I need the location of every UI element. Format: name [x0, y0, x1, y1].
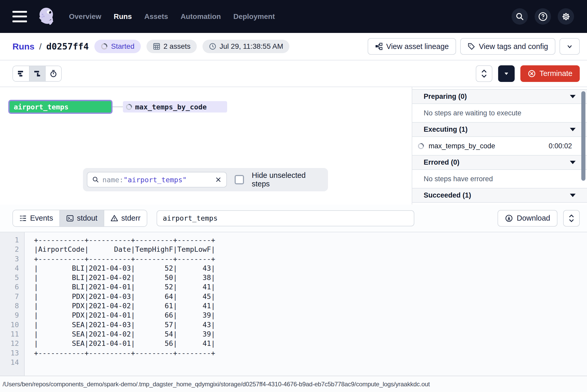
assets-grid-icon: [153, 43, 160, 50]
log-gutter: 1234567891011121314: [0, 232, 25, 376]
run-id: d0257ff4: [46, 41, 89, 52]
caret-down-icon: [570, 161, 576, 164]
terminate-circle-x-icon: [528, 69, 536, 78]
lineage-icon: [375, 43, 383, 50]
status-badge: Started: [94, 40, 141, 53]
spinner-icon: [101, 43, 108, 50]
settings-gear-icon[interactable]: [558, 8, 574, 25]
log-line-number: 5: [0, 273, 19, 282]
chevron-down-icon: [566, 43, 573, 50]
download-button[interactable]: Download: [498, 210, 557, 227]
view-gantt-waterfall-icon[interactable]: [29, 66, 45, 81]
log-file-path: /Users/ben/repos/components_demo/spark-d…: [3, 381, 430, 388]
tag-icon: [467, 43, 475, 50]
log-line-number: 12: [0, 339, 19, 348]
errored-empty-row: No steps have errored: [412, 170, 587, 188]
log-step-filter-input[interactable]: [157, 210, 414, 226]
hide-unselected-checkbox[interactable]: [235, 175, 244, 184]
assets-count-badge[interactable]: 2 assets: [146, 40, 197, 53]
tab-stderr[interactable]: stderr: [104, 210, 147, 226]
log-line: | SEA|2021-04-01| 56| 41|: [34, 339, 215, 348]
hide-unselected-label[interactable]: Hide unselected steps: [252, 171, 321, 188]
log-line: | SEA|2021-04-02| 54| 39|: [34, 330, 215, 339]
step-status-panel: Preparing (0) No steps are waiting to ex…: [412, 87, 587, 205]
log-line-number: 14: [0, 358, 19, 367]
breadcrumb-separator: /: [39, 41, 41, 52]
step-elapsed-time: 0:00:02: [549, 142, 576, 150]
log-line: [34, 358, 215, 367]
view-gantt-flat-icon[interactable]: [13, 66, 29, 81]
caret-down-icon: [570, 128, 576, 131]
caret-down-icon: [570, 194, 576, 197]
view-tags-config-button[interactable]: View tags and config: [460, 38, 555, 55]
top-nav: Overview Runs Assets Automation Deployme…: [0, 0, 587, 33]
spinner-icon: [417, 143, 424, 150]
log-line-number: 10: [0, 320, 19, 330]
log-line-number: 11: [0, 330, 19, 339]
log-line: +-----------+----------+---------+------…: [34, 348, 215, 358]
log-content: +-----------+----------+---------+------…: [25, 232, 215, 376]
view-mode-toggle: [12, 66, 62, 82]
log-line-number: 1: [0, 235, 19, 245]
zoom-controls-button[interactable]: [476, 65, 492, 82]
search-icon: [92, 176, 99, 183]
tab-stdout[interactable]: stdout: [59, 210, 104, 226]
reexecute-dropdown-caret[interactable]: [498, 65, 515, 82]
help-icon[interactable]: [535, 8, 551, 25]
view-timer-icon[interactable]: [45, 66, 61, 81]
log-line: | BLI|2021-04-02| 50| 38|: [34, 273, 215, 282]
step-filter-bar: name:"airport_temps" Hide unselected ste…: [83, 168, 328, 191]
breadcrumb-runs-link[interactable]: Runs: [12, 41, 34, 52]
reexecute-split-button: Re-execute (name:"airport_temps"): [498, 65, 515, 82]
run-toolbar: Re-execute (name:"airport_temps") Termin…: [0, 60, 587, 87]
clear-filter-icon[interactable]: [215, 176, 222, 183]
log-line: |AirportCode| Date|TempHighF|TempLowF|: [34, 245, 215, 254]
log-path-bar: /Users/ben/repos/components_demo/spark-d…: [0, 376, 587, 392]
log-line: | BLI|2021-04-03| 52| 43|: [34, 264, 215, 273]
section-succeeded[interactable]: Succeeded (1): [412, 188, 587, 203]
log-line: +-----------+----------+---------+------…: [34, 235, 215, 245]
log-line-number: 9: [0, 311, 19, 320]
nav-automation[interactable]: Automation: [180, 12, 221, 21]
terminate-button[interactable]: Terminate: [520, 65, 580, 82]
search-icon[interactable]: [512, 8, 528, 25]
download-icon: [505, 214, 513, 222]
expand-chevrons-icon: [568, 214, 575, 222]
step-filter-input[interactable]: name:"airport_temps": [87, 172, 227, 187]
preparing-empty-row: No steps are waiting to execute: [412, 104, 587, 122]
tab-events[interactable]: Events: [13, 210, 59, 226]
expand-logs-button[interactable]: [563, 210, 580, 227]
view-asset-lineage-button[interactable]: View asset lineage: [368, 38, 456, 55]
caret-down-icon: [570, 95, 576, 98]
nav-assets[interactable]: Assets: [144, 12, 168, 21]
log-line-number: 7: [0, 292, 19, 301]
step-node-max-temps-by-code[interactable]: max_temps_by_code: [123, 101, 227, 113]
section-preparing[interactable]: Preparing (0): [412, 89, 587, 104]
log-line-number: 6: [0, 282, 19, 292]
clock-icon: [209, 43, 216, 50]
executing-step-row[interactable]: max_temps_by_code 0:00:02: [412, 137, 587, 155]
panel-scrollbar[interactable]: [581, 91, 585, 181]
log-tabs: Events stdout stderr: [12, 210, 147, 227]
logs-toolbar: Events stdout stderr Download: [0, 205, 587, 232]
nav-overview[interactable]: Overview: [69, 12, 101, 21]
warning-triangle-icon: [110, 214, 118, 222]
graph-edge: [113, 106, 123, 107]
menu-icon[interactable]: [12, 11, 27, 22]
section-errored[interactable]: Errored (0): [412, 155, 587, 170]
primary-nav: Overview Runs Assets Automation Deployme…: [69, 12, 275, 21]
dagster-logo-icon[interactable]: [36, 6, 58, 27]
log-line-number: 3: [0, 254, 19, 264]
log-line: | BLI|2021-04-01| 52| 41|: [34, 282, 215, 292]
run-header-bar: Runs / d0257ff4 Started 2 assets Jul 29,…: [0, 33, 587, 60]
log-line: | PDX|2021-04-01| 66| 39|: [34, 311, 215, 320]
step-node-airport-temps[interactable]: airport_temps: [8, 100, 113, 114]
log-line-number: 13: [0, 348, 19, 358]
log-line: +-----------+----------+---------+------…: [34, 254, 215, 264]
stdout-log-viewer[interactable]: 1234567891011121314 +-----------+-------…: [0, 232, 587, 376]
section-executing[interactable]: Executing (1): [412, 122, 587, 137]
log-line: | PDX|2021-04-03| 64| 45|: [34, 292, 215, 301]
header-more-chevron-button[interactable]: [560, 38, 580, 55]
nav-deployment[interactable]: Deployment: [233, 12, 275, 21]
nav-runs[interactable]: Runs: [114, 12, 132, 21]
